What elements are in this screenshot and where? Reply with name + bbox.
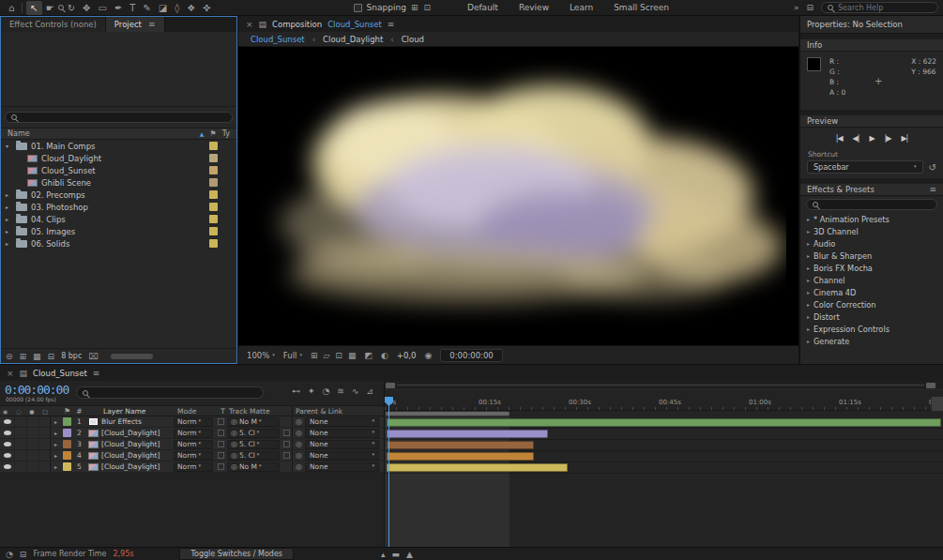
effects-category[interactable]: ▸* Animation Presets [800,213,943,225]
label-color-chip[interactable] [209,178,218,187]
layer-color-chip[interactable] [63,440,71,448]
tree-item[interactable]: ▸03. Photoshop [1,201,236,213]
layer-color-chip[interactable] [63,429,71,437]
column-number[interactable]: # [73,406,85,416]
column-layer-name[interactable]: Layer Name [101,406,177,416]
parent-pickwhip-icon[interactable]: ◎ [296,451,302,460]
visibility-toggle[interactable] [0,439,14,449]
panel-menu-icon[interactable]: ≡ [148,17,156,32]
preview-time-display[interactable]: 0:00:00:00 [440,349,502,362]
effects-category[interactable]: ▸3D Channel [800,225,943,237]
timeline-ruler[interactable]: 0s00:15s00:30s00:45s01:00s01:15s01:30s [385,397,943,411]
track-matte-dropdown[interactable]: ◎No M [227,462,280,472]
expander-icon[interactable]: ▸ [6,216,12,222]
solo-toggle[interactable] [26,450,38,461]
mask-visibility-icon[interactable]: ▱ [323,351,329,360]
orbit-camera-tool-icon[interactable]: ↻ [64,1,79,15]
effects-category[interactable]: ▸Generate [800,335,943,347]
project-flowchart-icon[interactable]: ⊟ [48,352,55,361]
solo-toggle[interactable] [26,428,38,438]
panel-menu-icon[interactable]: ≡ [93,369,100,378]
hide-shy-layers-icon[interactable]: ◔ [323,386,330,396]
shape-tool-icon[interactable]: ▭ [95,1,111,15]
snapshot-icon[interactable]: ◉ [424,351,432,360]
column-t[interactable]: T [217,406,229,416]
parent-link-dropdown[interactable]: None [305,462,379,472]
effects-category[interactable]: ▸Blur & Sharpen [800,250,943,262]
timeline-tab[interactable]: Cloud_Sunset [33,369,87,378]
timeline-navigator[interactable] [385,381,943,390]
column-track-matte[interactable]: Track Matte [229,406,281,416]
visibility-toggle[interactable] [0,416,14,427]
choose-grid-options-icon[interactable]: ⊞ [311,351,318,360]
workspace-default[interactable]: Default [457,0,509,15]
composition-tab-label[interactable]: Composition [272,20,322,29]
project-search-input[interactable] [22,113,115,122]
layer-row[interactable]: ▸3[Cloud_Daylight]Norm◎5. Cl◎None [0,439,384,450]
snapping-checkbox[interactable] [354,4,362,12]
audio-column-icon[interactable]: ◌ [16,408,21,415]
column-mode[interactable]: Mode [177,406,217,416]
current-timecode[interactable]: 0:00:00:00 [5,383,68,397]
lock-toggle[interactable] [38,416,51,427]
effects-category[interactable]: ▸Color Correction [800,298,943,310]
layer-mode-dropdown[interactable]: Norm [174,429,213,438]
brush-tool-icon[interactable]: ✎ [139,1,154,15]
audio-toggle[interactable] [14,439,26,449]
clone-stamp-tool-icon[interactable]: ◪ [155,1,171,15]
visibility-toggle[interactable] [0,428,14,438]
zoom-tool-icon[interactable] [58,5,64,10]
draft-3d-icon[interactable]: ✦ [308,386,315,396]
solo-toggle[interactable] [26,439,38,449]
track-matte-dropdown[interactable]: ◎5. Cl [227,429,280,438]
layer-row[interactable]: ▸4[Cloud_Daylight]Norm◎5. Cl◎None [0,450,384,462]
info-panel-header[interactable]: Info [800,39,943,52]
column-name[interactable]: Name [8,129,30,138]
track-area[interactable] [385,411,943,547]
label-color-chip[interactable] [209,203,218,211]
layer-row[interactable]: ▸2[Cloud_Daylight]Norm◎5. Cl◎None [0,428,384,439]
motion-blur-icon[interactable]: ∿ [352,386,359,396]
layer-duration-bar[interactable] [387,430,549,438]
first-frame-button[interactable]: |◀ [836,134,843,143]
previous-frame-button[interactable]: ◀| [853,134,859,143]
track-matte-dropdown[interactable]: ◎No M [227,417,280,427]
eye-column-icon[interactable]: ◉ [3,408,8,415]
parent-link-dropdown[interactable]: None [305,451,379,461]
home-icon[interactable]: ⌂ [5,1,18,15]
panel-layout-icon[interactable]: ⊟ [806,3,814,12]
work-area-bar[interactable] [386,412,510,416]
snap-options-icon[interactable]: ⊞ [411,3,418,12]
parent-link-dropdown[interactable]: None [305,417,379,427]
effects-category[interactable]: ▸Channel [800,274,943,286]
layer-expander-icon[interactable]: ▸ [51,450,61,461]
last-frame-button[interactable]: ▶| [901,134,907,143]
breadcrumb-item[interactable]: Cloud [402,35,424,44]
comp-mini-flowchart-icon[interactable]: ⊷ [292,386,300,396]
label-color-chip[interactable] [209,166,218,174]
effects-category[interactable]: ▸Cinema 4D [800,286,943,298]
tab-effect-controls[interactable]: Effect Controls (none) [1,17,106,32]
close-icon[interactable]: × [7,369,14,378]
layer-duration-bar[interactable] [387,441,535,449]
tree-item[interactable]: ▸05. Images [1,225,236,237]
layer-color-chip[interactable] [63,417,71,426]
layer-expander-icon[interactable]: ▸ [51,439,61,449]
tree-item[interactable]: ▸02. Precomps [1,189,236,201]
pen-tool-icon[interactable]: ✒ [111,1,126,15]
toggle-switches-modes-button[interactable]: Toggle Switches / Modes [179,548,294,560]
parent-link-dropdown[interactable]: None [305,440,379,449]
lock-toggle[interactable] [38,439,51,449]
play-button[interactable]: ▶ [869,134,874,143]
column-parent-link[interactable]: Parent & Link [292,406,384,416]
layer-mode-dropdown[interactable]: Norm [174,417,213,427]
matte-alpha-toggle[interactable] [283,452,290,459]
expander-icon[interactable]: ▸ [6,228,12,235]
project-search[interactable] [5,112,233,123]
lock-toggle[interactable] [38,462,51,472]
tree-item[interactable]: Cloud_Daylight [1,152,236,164]
breadcrumb-item[interactable]: Cloud_Sunset [251,35,305,44]
exposure-icon[interactable]: ◐ [381,351,388,360]
effects-presets-header[interactable]: Effects & Presets ≡ [800,184,943,196]
visibility-toggle[interactable] [0,462,14,472]
